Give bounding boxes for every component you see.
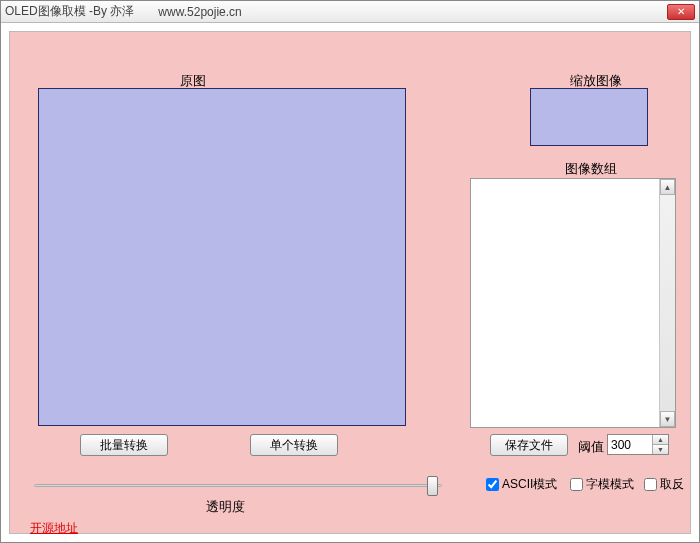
window-url: www.52pojie.cn [158, 5, 667, 19]
window-title: OLED图像取模 -By 亦泽 [5, 3, 134, 20]
save-file-button[interactable]: 保存文件 [490, 434, 568, 456]
threshold-label: 阈值 [578, 438, 604, 456]
slider-thumb[interactable] [427, 476, 438, 496]
client-area: 原图 缩放图像 图像数组 ▲ ▼ 批量转换 单个转换 保存文件 阈值 ▲ ▼ [1, 23, 699, 542]
opacity-slider[interactable] [34, 474, 442, 498]
threshold-spinner[interactable]: ▲ ▼ [607, 434, 669, 455]
scroll-down-icon[interactable]: ▼ [660, 411, 675, 427]
font-mode-label: 字模模式 [586, 476, 634, 493]
font-mode-input[interactable] [570, 478, 583, 491]
batch-convert-button[interactable]: 批量转换 [80, 434, 168, 456]
ascii-mode-checkbox[interactable]: ASCII模式 [486, 476, 557, 493]
spin-down-icon[interactable]: ▼ [653, 445, 668, 454]
scroll-up-icon[interactable]: ▲ [660, 179, 675, 195]
ascii-mode-input[interactable] [486, 478, 499, 491]
image-array-label: 图像数组 [565, 160, 617, 178]
font-mode-checkbox[interactable]: 字模模式 [570, 476, 634, 493]
title-bar[interactable]: OLED图像取模 -By 亦泽 www.52pojie.cn ✕ [1, 1, 699, 23]
main-panel: 原图 缩放图像 图像数组 ▲ ▼ 批量转换 单个转换 保存文件 阈值 ▲ ▼ [9, 31, 691, 534]
threshold-input[interactable] [608, 435, 652, 454]
original-image-box[interactable] [38, 88, 406, 426]
slider-track [34, 484, 442, 487]
opensource-link[interactable]: 开源地址 [30, 520, 78, 537]
single-convert-button[interactable]: 单个转换 [250, 434, 338, 456]
app-window: OLED图像取模 -By 亦泽 www.52pojie.cn ✕ 原图 缩放图像… [0, 0, 700, 543]
close-icon[interactable]: ✕ [667, 4, 695, 20]
spin-up-icon[interactable]: ▲ [653, 435, 668, 445]
image-array-textbox[interactable]: ▲ ▼ [470, 178, 676, 428]
invert-label: 取反 [660, 476, 684, 493]
invert-input[interactable] [644, 478, 657, 491]
invert-checkbox[interactable]: 取反 [644, 476, 684, 493]
array-scrollbar[interactable]: ▲ ▼ [659, 179, 675, 427]
ascii-mode-label: ASCII模式 [502, 476, 557, 493]
opacity-label: 透明度 [206, 498, 245, 516]
scaled-image-box [530, 88, 648, 146]
